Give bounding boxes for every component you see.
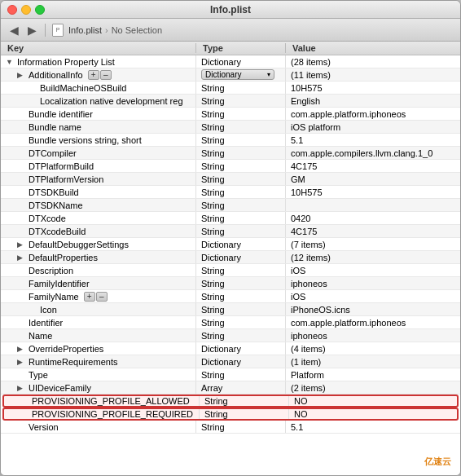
type-text: String bbox=[201, 122, 225, 132]
value-text: English bbox=[291, 96, 320, 106]
breadcrumb-file[interactable]: Info.plist bbox=[68, 25, 102, 35]
traffic-lights bbox=[7, 5, 45, 15]
value-text: 0420 bbox=[291, 214, 310, 223]
key-text: OverrideProperties bbox=[29, 344, 103, 354]
table-row[interactable]: DTCompilerStringcom.apple.compilers.llvm… bbox=[1, 147, 460, 160]
file-icon: P bbox=[52, 24, 64, 37]
key-text: BuildMachineOSBuild bbox=[40, 83, 126, 93]
key-text: Bundle identifier bbox=[29, 109, 93, 119]
table-row[interactable]: PROVISIONING_PROFILE_ALLOWEDStringNO bbox=[2, 394, 459, 408]
value-text: (1 item) bbox=[291, 357, 321, 367]
col-header-key: Key bbox=[1, 43, 196, 53]
value-text: 4C175 bbox=[291, 161, 317, 171]
table-row[interactable]: Localization native development regStrin… bbox=[1, 95, 460, 108]
back-button[interactable]: ◀ bbox=[7, 24, 20, 37]
disclosure-triangle[interactable]: ▼ bbox=[6, 58, 14, 66]
key-text: Bundle name bbox=[29, 122, 81, 132]
table-row[interactable]: Bundle identifierStringcom.apple.platfor… bbox=[1, 108, 460, 121]
table-row[interactable]: ▼Information Property ListDictionary(28 … bbox=[1, 55, 460, 68]
key-text: AdditionalInfo bbox=[29, 70, 83, 80]
disclosure-triangle[interactable]: ▶ bbox=[17, 384, 25, 392]
key-text: Localization native development reg bbox=[40, 96, 183, 106]
table-row[interactable]: DTPlatformVersionStringGM bbox=[1, 173, 460, 186]
table-row[interactable]: IconStringiPhoneOS.icns bbox=[1, 303, 460, 316]
disclosure-triangle[interactable]: ▶ bbox=[17, 358, 25, 366]
type-text: Dictionary bbox=[201, 57, 241, 67]
disclosure-triangle[interactable]: ▶ bbox=[17, 240, 25, 249]
table-row[interactable]: DTPlatformBuildString4C175 bbox=[1, 160, 460, 173]
key-text: RuntimeRequirements bbox=[29, 357, 117, 367]
key-text: DTPlatformBuild bbox=[29, 161, 94, 171]
disclosure-triangle[interactable]: ▶ bbox=[17, 345, 25, 353]
type-text: Dictionary bbox=[201, 344, 241, 354]
key-text: DTSDKBuild bbox=[29, 187, 79, 197]
type-text: String bbox=[201, 370, 225, 380]
value-text: 4C175 bbox=[291, 227, 317, 236]
table-row[interactable]: DTSDKNameString bbox=[1, 199, 460, 212]
value-text: iPhoneOS.icns bbox=[291, 305, 350, 315]
table-row[interactable]: ▶OverridePropertiesDictionary(4 items) bbox=[1, 342, 460, 355]
table-row[interactable]: IdentifierStringcom.apple.platform.iphon… bbox=[1, 316, 460, 329]
table-row[interactable]: ▶UIDeviceFamilyArray(2 items) bbox=[1, 381, 460, 394]
table-row[interactable]: BuildMachineOSBuildString10H575 bbox=[1, 82, 460, 95]
table-row[interactable]: TypeStringPlatform bbox=[1, 368, 460, 381]
value-text: 5.1 bbox=[291, 422, 303, 432]
remove-item-button[interactable]: – bbox=[96, 292, 108, 302]
minimize-button[interactable] bbox=[21, 5, 31, 15]
table-row[interactable]: VersionString5.1 bbox=[1, 421, 460, 434]
breadcrumb-sep: › bbox=[105, 25, 108, 35]
disclosure-triangle[interactable]: ▶ bbox=[17, 253, 25, 262]
type-text: String bbox=[201, 148, 225, 158]
key-text: Type bbox=[29, 370, 48, 380]
key-text: DefaultDebuggerSettings bbox=[29, 240, 129, 249]
table-row[interactable]: FamilyName+–StringiOS bbox=[1, 290, 460, 303]
key-text: DTPlatformVersion bbox=[29, 174, 103, 184]
key-text: Icon bbox=[40, 305, 57, 315]
key-text: Identifier bbox=[29, 318, 63, 328]
forward-button[interactable]: ▶ bbox=[25, 24, 38, 37]
disclosure-triangle[interactable]: ▶ bbox=[17, 71, 25, 79]
table-row[interactable]: PROVISIONING_PROFILE_REQUIREDStringNO bbox=[2, 408, 459, 421]
key-text: DTXcode bbox=[29, 214, 66, 223]
value-text: 10H575 bbox=[291, 83, 323, 93]
value-text: (28 items) bbox=[291, 57, 331, 67]
table-row[interactable]: ▶DefaultDebuggerSettingsDictionary(7 ite… bbox=[1, 238, 460, 251]
table-row[interactable]: ▶RuntimeRequirementsDictionary(1 item) bbox=[1, 355, 460, 368]
table-row[interactable]: Bundle versions string, shortString5.1 bbox=[1, 134, 460, 147]
add-item-button[interactable]: + bbox=[84, 292, 95, 302]
table-row[interactable]: ▶AdditionalInfo+–Dictionary▾(11 items) bbox=[1, 68, 460, 82]
maximize-button[interactable] bbox=[35, 5, 45, 15]
value-text: GM bbox=[291, 174, 305, 184]
table-row[interactable]: ▶DefaultPropertiesDictionary(12 items) bbox=[1, 251, 460, 264]
table-row[interactable]: DTXcodeBuildString4C175 bbox=[1, 225, 460, 238]
table-row[interactable]: NameStringiphoneos bbox=[1, 329, 460, 342]
key-text: DTXcodeBuild bbox=[29, 227, 86, 236]
type-text: String bbox=[201, 96, 225, 106]
key-text: FamilyIdentifier bbox=[29, 279, 90, 289]
table-row[interactable]: Bundle nameStringiOS platform bbox=[1, 121, 460, 134]
type-text: String bbox=[201, 187, 225, 197]
value-text: iOS bbox=[291, 292, 305, 302]
type-dropdown[interactable]: Dictionary▾ bbox=[201, 69, 274, 80]
type-text: String bbox=[204, 409, 228, 419]
type-text: String bbox=[201, 201, 225, 210]
key-text: Bundle versions string, short bbox=[29, 135, 142, 145]
type-text: Array bbox=[201, 383, 222, 393]
key-text: PROVISIONING_PROFILE_ALLOWED bbox=[32, 396, 190, 406]
table-row[interactable]: FamilyIdentifierStringiphoneos bbox=[1, 277, 460, 290]
main-window: Info.plist ◀ ▶ P Info.plist › No Selecti… bbox=[0, 0, 461, 476]
table-body: ▼Information Property ListDictionary(28 … bbox=[1, 55, 460, 475]
key-text: FamilyName bbox=[29, 292, 79, 302]
table-row[interactable]: DTSDKBuildString10H575 bbox=[1, 186, 460, 199]
add-item-button[interactable]: + bbox=[88, 70, 99, 80]
type-text: String bbox=[201, 292, 225, 302]
col-header-value: Value bbox=[286, 43, 460, 53]
table-row[interactable]: DTXcodeString0420 bbox=[1, 212, 460, 225]
type-text: String bbox=[201, 422, 225, 432]
close-button[interactable] bbox=[7, 5, 17, 15]
value-text: iphoneos bbox=[291, 279, 327, 289]
remove-item-button[interactable]: – bbox=[100, 70, 112, 80]
type-text: Dictionary bbox=[201, 240, 241, 249]
table-row[interactable]: DescriptionStringiOS bbox=[1, 264, 460, 277]
value-text: NO bbox=[294, 396, 308, 406]
